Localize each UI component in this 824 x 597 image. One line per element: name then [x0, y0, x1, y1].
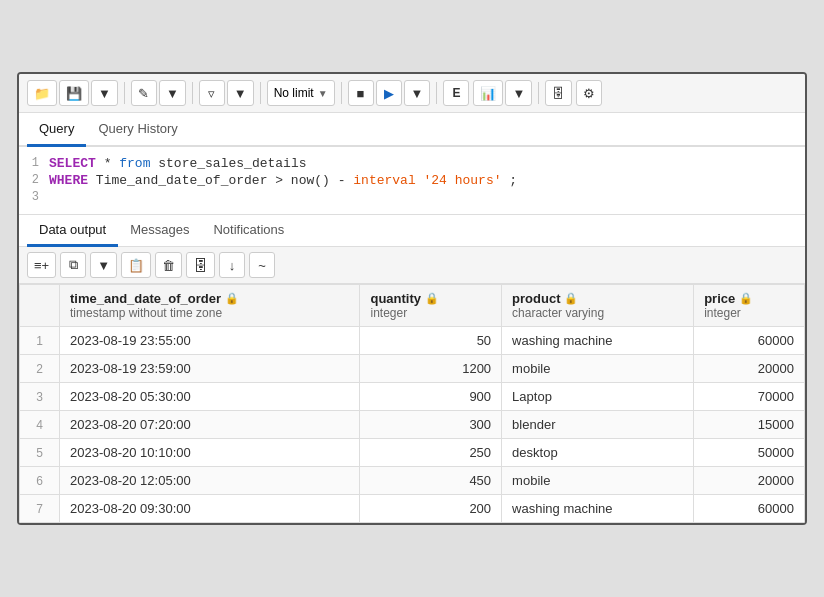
- separator-3: [260, 82, 261, 104]
- tab-query-history-label: Query History: [98, 121, 177, 136]
- graph-button[interactable]: ~: [249, 252, 275, 278]
- tab-query-history[interactable]: Query History: [86, 113, 189, 147]
- copy-button[interactable]: ⧉: [60, 252, 86, 278]
- col-type-price: integer: [704, 306, 794, 320]
- tab-messages-label: Messages: [130, 222, 189, 237]
- chart-dropdown-button[interactable]: ▼: [505, 80, 532, 106]
- sql-editor[interactable]: 1 SELECT * from store_sales_details 2 WH…: [19, 147, 805, 215]
- row-number: 7: [20, 495, 60, 523]
- graph-icon: ~: [258, 258, 266, 273]
- table-row[interactable]: 3 2023-08-20 05:30:00 900 Laptop 70000: [20, 383, 805, 411]
- trash-icon: 🗑: [162, 258, 175, 273]
- copy-dropdown-button[interactable]: ▼: [90, 252, 117, 278]
- keyword-select: SELECT: [49, 156, 96, 171]
- db-settings-button[interactable]: ⚙: [576, 80, 602, 106]
- sql-code-2: WHERE Time_and_date_of_order > now() - i…: [49, 173, 805, 188]
- add-row-button[interactable]: ≡+: [27, 252, 56, 278]
- cell-product: mobile: [502, 467, 694, 495]
- save-button[interactable]: 💾: [59, 80, 89, 106]
- cell-quantity: 1200: [360, 355, 502, 383]
- lock-icon: 🔒: [425, 292, 439, 305]
- filter-button[interactable]: ▿: [199, 80, 225, 106]
- chevron-down-icon: ▼: [97, 258, 110, 273]
- db-connect-button[interactable]: 🗄: [545, 80, 572, 106]
- main-toolbar: 📁 💾 ▼ ✎ ▼ ▿ ▼: [19, 74, 805, 113]
- table-header-row: time_and_date_of_order 🔒 timestamp witho…: [20, 285, 805, 327]
- col-name-product: product 🔒: [512, 291, 683, 306]
- row-number: 5: [20, 439, 60, 467]
- db-save-button[interactable]: 🗄: [186, 252, 215, 278]
- col-header-time[interactable]: time_and_date_of_order 🔒 timestamp witho…: [60, 285, 360, 327]
- cell-time: 2023-08-20 05:30:00: [60, 383, 360, 411]
- col-type-quantity: integer: [370, 306, 491, 320]
- chart-icon: 📊: [480, 86, 496, 101]
- delete-button[interactable]: 🗑: [155, 252, 182, 278]
- cell-product: washing machine: [502, 495, 694, 523]
- sql-condition-text: Time_and_date_of_order > now() -: [96, 173, 353, 188]
- sql-table-name: store_sales_details: [158, 156, 306, 171]
- table-row[interactable]: 6 2023-08-20 12:05:00 450 mobile 20000: [20, 467, 805, 495]
- run-button[interactable]: ▶: [376, 80, 402, 106]
- tab-messages[interactable]: Messages: [118, 215, 201, 247]
- sql-line-3: 3: [19, 189, 805, 206]
- cell-time: 2023-08-19 23:59:00: [60, 355, 360, 383]
- cell-product: Laptop: [502, 383, 694, 411]
- cell-quantity: 200: [360, 495, 502, 523]
- edit-button[interactable]: ✎: [131, 80, 157, 106]
- line-number-3: 3: [19, 190, 49, 204]
- tab-data-output-label: Data output: [39, 222, 106, 237]
- cell-product: blender: [502, 411, 694, 439]
- table-row[interactable]: 2 2023-08-19 23:59:00 1200 mobile 20000: [20, 355, 805, 383]
- save-dropdown-button[interactable]: ▼: [91, 80, 118, 106]
- db-save-icon: 🗄: [193, 257, 208, 274]
- keyword-where: WHERE: [49, 173, 88, 188]
- cell-price: 50000: [694, 439, 805, 467]
- table-row[interactable]: 5 2023-08-20 10:10:00 250 desktop 50000: [20, 439, 805, 467]
- table-row[interactable]: 1 2023-08-19 23:55:00 50 washing machine…: [20, 327, 805, 355]
- explain-button[interactable]: E: [443, 80, 469, 106]
- limit-dropdown[interactable]: No limit ▼: [267, 80, 335, 106]
- col-header-price[interactable]: price 🔒 integer: [694, 285, 805, 327]
- keyword-interval: interval: [353, 173, 415, 188]
- cell-price: 60000: [694, 327, 805, 355]
- row-number: 2: [20, 355, 60, 383]
- folder-icon: 📁: [34, 86, 50, 101]
- result-toolbar: ≡+ ⧉ ▼ 📋 🗑 🗄 ↓ ~: [19, 247, 805, 284]
- row-number: 4: [20, 411, 60, 439]
- filter-group: ▿ ▼: [199, 80, 254, 106]
- db-settings-icon: ⚙: [583, 86, 595, 101]
- db-connect-icon: 🗄: [552, 86, 565, 101]
- col-header-quantity[interactable]: quantity 🔒 integer: [360, 285, 502, 327]
- cell-product: mobile: [502, 355, 694, 383]
- chart-button[interactable]: 📊: [473, 80, 503, 106]
- tab-notifications-label: Notifications: [213, 222, 284, 237]
- download-button[interactable]: ↓: [219, 252, 245, 278]
- table-row[interactable]: 4 2023-08-20 07:20:00 300 blender 15000: [20, 411, 805, 439]
- keyword-from: from: [119, 156, 150, 171]
- tab-query[interactable]: Query: [27, 113, 86, 147]
- explain-icon: E: [452, 86, 460, 100]
- cell-price: 15000: [694, 411, 805, 439]
- cell-product: desktop: [502, 439, 694, 467]
- folder-button[interactable]: 📁: [27, 80, 57, 106]
- separator-5: [436, 82, 437, 104]
- cell-quantity: 300: [360, 411, 502, 439]
- tab-data-output[interactable]: Data output: [27, 215, 118, 247]
- filter-dropdown-button[interactable]: ▼: [227, 80, 254, 106]
- col-type-time: timestamp without time zone: [70, 306, 349, 320]
- col-header-product[interactable]: product 🔒 character varying: [502, 285, 694, 327]
- edit-group: ✎ ▼: [131, 80, 186, 106]
- tab-notifications[interactable]: Notifications: [201, 215, 296, 247]
- chevron-down-icon: ▼: [512, 86, 525, 101]
- stop-button[interactable]: ■: [348, 80, 374, 106]
- sql-line-2: 2 WHERE Time_and_date_of_order > now() -…: [19, 172, 805, 189]
- chevron-down-icon: ▼: [166, 86, 179, 101]
- separator-6: [538, 82, 539, 104]
- run-dropdown-button[interactable]: ▼: [404, 80, 431, 106]
- edit-dropdown-button[interactable]: ▼: [159, 80, 186, 106]
- play-icon: ▶: [384, 86, 394, 101]
- file-group: 📁 💾 ▼: [27, 80, 118, 106]
- table-row[interactable]: 7 2023-08-20 09:30:00 200 washing machin…: [20, 495, 805, 523]
- row-number: 1: [20, 327, 60, 355]
- paste-button[interactable]: 📋: [121, 252, 151, 278]
